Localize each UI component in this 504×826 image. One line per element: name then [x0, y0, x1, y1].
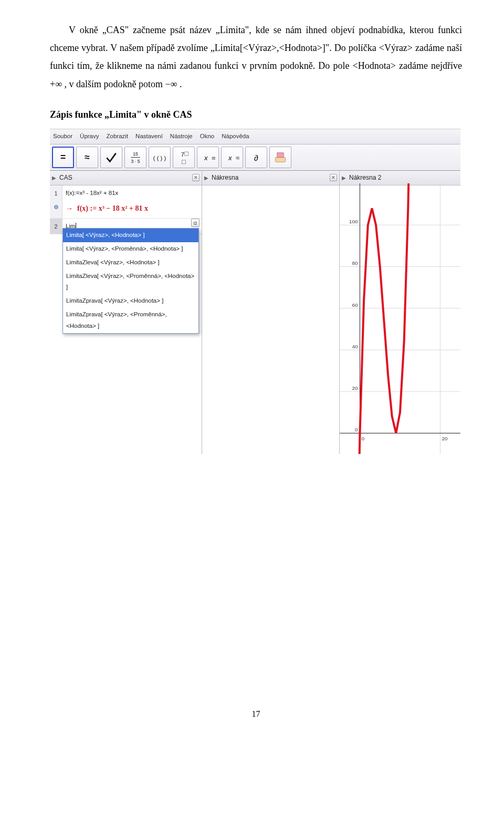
menu-upravy[interactable]: Úpravy [80, 131, 99, 142]
tool-solve-numeric[interactable]: x≈ [221, 147, 243, 168]
svg-text:≈: ≈ [236, 154, 239, 162]
cas-row-1[interactable]: 1 f(x):=x³ - 18x² + 81x →f(x) := x³ − 18… [50, 185, 202, 219]
svg-text:7: 7 [181, 151, 184, 158]
cas-row-2[interactable]: 2 Lim​ α Limita[ <Výraz>, <Hodnota> ] Li… [50, 219, 202, 234]
svg-text:x: x [228, 154, 232, 162]
panel-nakresna: ▶ Nákresna ✕ [202, 171, 340, 454]
tool-keep-input[interactable] [100, 147, 122, 168]
tool-delete[interactable] [269, 147, 291, 168]
svg-text:100: 100 [349, 219, 358, 224]
svg-rect-15 [277, 153, 284, 158]
panel-cas-title: CAS [59, 172, 72, 184]
tool-expand[interactable]: ( ( ) ) [149, 147, 171, 168]
tool-solve[interactable]: x= [197, 147, 219, 168]
panel-nakresna-header[interactable]: ▶ Nákresna ✕ [202, 171, 339, 185]
svg-text:40: 40 [352, 344, 358, 349]
svg-text:=: = [60, 152, 66, 162]
cas-row-1-num: 1 [54, 190, 57, 197]
chevron-right-icon: ▶ [204, 173, 208, 183]
svg-text:20: 20 [442, 436, 448, 441]
svg-rect-8 [182, 160, 186, 164]
svg-text:( ( ) ): ( ( ) ) [153, 155, 166, 161]
svg-text:≈: ≈ [85, 152, 90, 162]
svg-text:3 · 5: 3 · 5 [131, 159, 140, 164]
panel-nakresna2: ▶ Nákresna 2 020406080100020 [340, 171, 460, 454]
suggest-item-5[interactable]: LimitaZprava[ <Výraz>, <Proměnná>, <Hodn… [63, 308, 198, 333]
keyboard-icon[interactable]: α [191, 219, 200, 227]
suggest-item-2[interactable]: LimitaZleva[ <Výraz>, <Hodnota> ] [63, 256, 198, 270]
paragraph-1: V okně „CAS" začneme psát název „Limita"… [50, 21, 462, 93]
tool-factor[interactable]: 153 · 5 [124, 147, 146, 168]
tool-evaluate[interactable]: = [52, 147, 74, 168]
tool-numeric[interactable]: ≈ [76, 147, 98, 168]
cas-row-1-input: f(x):=x³ - 18x² + 81x [66, 188, 198, 199]
menu-bar: Soubor Úpravy Zobrazit Nastavení Nástroj… [50, 129, 460, 144]
svg-text:=: = [212, 154, 216, 162]
svg-rect-14 [275, 157, 285, 162]
svg-text:15: 15 [133, 151, 138, 157]
svg-text:∂: ∂ [254, 153, 258, 162]
suggest-item-1[interactable]: Limita[ <Výraz>, <Proměnná>, <Hodnota> ] [63, 242, 198, 256]
panel-cas-close-icon[interactable]: ✕ [192, 174, 200, 181]
graph-plot[interactable]: 020406080100020 [340, 183, 460, 454]
tool-derivative[interactable]: ∂ [245, 147, 267, 168]
suggest-item-4[interactable]: LimitaZprava[ <Výraz>, <Hodnota> ] [63, 294, 198, 308]
menu-okno[interactable]: Okno [200, 131, 215, 142]
marble-icon [54, 205, 58, 209]
menu-zobrazit[interactable]: Zobrazit [107, 131, 129, 142]
svg-text:20: 20 [352, 385, 358, 391]
menu-nastroje[interactable]: Nástroje [170, 131, 193, 142]
autocomplete-list: Limita[ <Výraz>, <Hodnota> ] Limita[ <Vý… [62, 228, 199, 334]
svg-rect-7 [185, 152, 188, 156]
svg-text:0: 0 [355, 427, 358, 432]
menu-napoveda[interactable]: Nápověda [222, 131, 249, 142]
panel-nakresna2-title: Nákresna 2 [349, 172, 381, 184]
page-number: 17 [50, 706, 462, 722]
menu-soubor[interactable]: Soubor [53, 131, 72, 142]
cas-row-2-num: 2 [54, 223, 57, 230]
chevron-right-icon: ▶ [52, 173, 56, 183]
panel-nakresna-close-icon[interactable]: ✕ [330, 174, 337, 181]
svg-text:0: 0 [361, 436, 364, 441]
svg-text:80: 80 [352, 260, 358, 266]
chevron-right-icon: ▶ [342, 173, 346, 183]
cas-row-1-output: →f(x) := x³ − 18 x² + 81 x [66, 202, 198, 216]
panel-cas-header[interactable]: ▶ CAS ✕ [50, 171, 202, 185]
svg-text:60: 60 [352, 302, 358, 307]
toolbar: = ≈ 153 · 5 ( ( ) ) 7 x= x≈ ∂ [50, 144, 460, 170]
figure-heading: Zápis funkce „Limita" v okně CAS [50, 106, 462, 123]
panel-cas: ▶ CAS ✕ 1 f(x):=x³ - 18x² + 81x →f(x) :=… [50, 171, 202, 454]
screenshot: Soubor Úpravy Zobrazit Nastavení Nástroj… [50, 129, 460, 454]
tool-substitute[interactable]: 7 [173, 147, 195, 168]
menu-nastaveni[interactable]: Nastavení [135, 131, 163, 142]
suggest-item-0[interactable]: Limita[ <Výraz>, <Hodnota> ] [63, 229, 198, 242]
svg-text:x: x [204, 154, 208, 162]
suggest-item-3[interactable]: LimitaZleva[ <Výraz>, <Proměnná>, <Hodno… [63, 270, 198, 295]
panel-nakresna-title: Nákresna [212, 172, 238, 184]
